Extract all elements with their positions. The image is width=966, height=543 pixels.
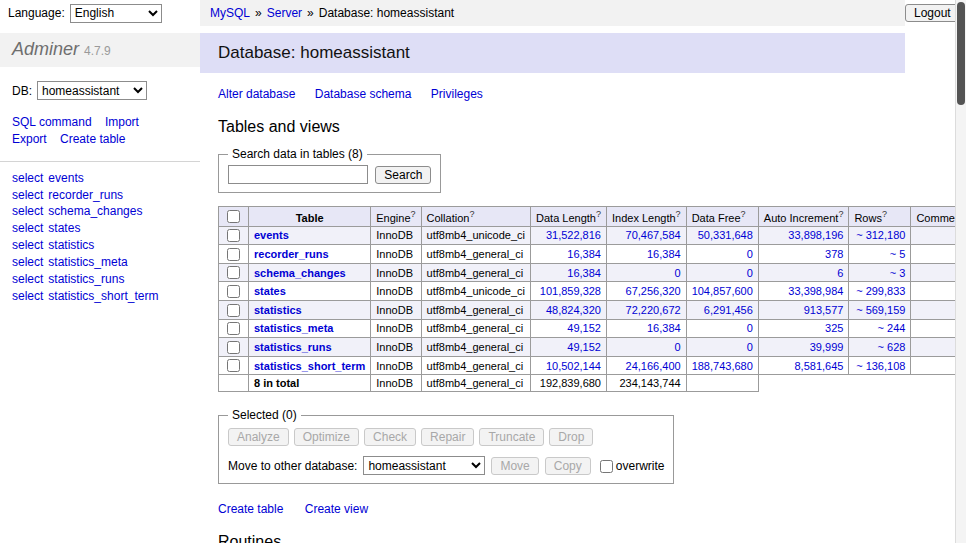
row-checkbox[interactable] — [227, 322, 240, 335]
select-link[interactable]: select — [12, 238, 43, 252]
auto-increment-link[interactable]: 913,577 — [804, 304, 844, 316]
help-icon[interactable]: ? — [676, 209, 681, 219]
analyze-button[interactable]: Analyze — [228, 428, 289, 446]
scrollbar-thumb[interactable] — [957, 2, 965, 105]
table-link[interactable]: states — [254, 285, 286, 297]
data-free-link[interactable]: 0 — [747, 322, 753, 334]
alter-database-link[interactable]: Alter database — [218, 87, 295, 101]
rows-link[interactable]: ~ 569,159 — [856, 304, 905, 316]
row-checkbox[interactable] — [227, 266, 240, 279]
auto-increment-link[interactable]: 8,581,645 — [794, 360, 843, 372]
select-link[interactable]: select — [12, 289, 43, 303]
data-free-link[interactable]: 6,291,456 — [704, 304, 753, 316]
search-input[interactable] — [228, 165, 368, 184]
sidebar-table-statistics-runs[interactable]: statistics_runs — [48, 272, 124, 286]
sidebar-table-statistics[interactable]: statistics — [48, 238, 94, 252]
sidebar-table-states[interactable]: states — [48, 221, 80, 235]
auto-increment-link[interactable]: 325 — [825, 322, 843, 334]
index-length-link[interactable]: 24,166,400 — [626, 360, 681, 372]
overwrite-checkbox[interactable] — [600, 460, 613, 473]
language-select[interactable]: English — [70, 4, 162, 23]
breadcrumb-link-mysql[interactable]: MySQL — [210, 6, 250, 20]
data-length-link[interactable]: 101,859,328 — [540, 285, 601, 297]
auto-increment-link[interactable]: 6 — [837, 267, 843, 279]
row-checkbox[interactable] — [227, 304, 240, 317]
table-link[interactable]: events — [254, 229, 289, 241]
index-length-link[interactable]: 67,256,320 — [626, 285, 681, 297]
logout-button[interactable]: Logout — [905, 4, 960, 22]
sidebar-link-import[interactable]: Import — [105, 115, 139, 129]
optimize-button[interactable]: Optimize — [294, 428, 359, 446]
index-length-link[interactable]: 16,384 — [647, 322, 681, 334]
help-icon[interactable]: ? — [411, 209, 416, 219]
breadcrumb-link-server[interactable]: Server — [267, 6, 302, 20]
data-length-link[interactable]: 31,522,816 — [546, 229, 601, 241]
table-link[interactable]: schema_changes — [254, 267, 346, 279]
privileges-link[interactable]: Privileges — [431, 87, 483, 101]
data-free-link[interactable]: 0 — [747, 267, 753, 279]
drop-button[interactable]: Drop — [549, 428, 593, 446]
db-select[interactable]: homeassistant — [37, 81, 147, 100]
auto-increment-link[interactable]: 33,398,984 — [788, 285, 843, 297]
database-schema-link[interactable]: Database schema — [315, 87, 412, 101]
rows-link[interactable]: ~ 312,180 — [856, 229, 905, 241]
scrollbar[interactable] — [955, 0, 966, 543]
rows-link[interactable]: ~ 136,108 — [856, 360, 905, 372]
data-free-link[interactable]: 0 — [747, 341, 753, 353]
select-link[interactable]: select — [12, 204, 43, 218]
data-length-link[interactable]: 16,384 — [567, 267, 601, 279]
index-length-link[interactable]: 72,220,672 — [626, 304, 681, 316]
help-icon[interactable]: ? — [882, 209, 887, 219]
data-length-link[interactable]: 48,824,320 — [546, 304, 601, 316]
data-free-link[interactable]: 104,857,600 — [692, 285, 753, 297]
select-link[interactable]: select — [12, 255, 43, 269]
row-checkbox[interactable] — [227, 229, 240, 242]
row-checkbox[interactable] — [227, 359, 240, 372]
rows-link[interactable]: ~ 5 — [890, 248, 906, 260]
data-length-link[interactable]: 49,152 — [567, 341, 601, 353]
select-all-checkbox[interactable] — [227, 210, 240, 223]
help-icon[interactable]: ? — [469, 209, 474, 219]
index-length-link[interactable]: 16,384 — [647, 248, 681, 260]
truncate-button[interactable]: Truncate — [479, 428, 544, 446]
search-button[interactable]: Search — [375, 166, 431, 184]
auto-increment-link[interactable]: 33,898,196 — [788, 229, 843, 241]
repair-button[interactable]: Repair — [421, 428, 474, 446]
table-link[interactable]: statistics — [254, 304, 302, 316]
create-view-link[interactable]: Create view — [305, 502, 368, 516]
data-free-link[interactable]: 50,331,648 — [698, 229, 753, 241]
auto-increment-link[interactable]: 378 — [825, 248, 843, 260]
auto-increment-link[interactable]: 39,999 — [810, 341, 844, 353]
sidebar-link-create-table[interactable]: Create table — [60, 132, 125, 146]
data-length-link[interactable]: 49,152 — [567, 322, 601, 334]
sidebar-table-schema-changes[interactable]: schema_changes — [48, 204, 142, 218]
index-length-link[interactable]: 70,467,584 — [626, 229, 681, 241]
check-button[interactable]: Check — [364, 428, 416, 446]
help-icon[interactable]: ? — [741, 209, 746, 219]
row-checkbox[interactable] — [227, 285, 240, 298]
index-length-link[interactable]: 0 — [675, 267, 681, 279]
move-database-select[interactable]: homeassistant — [363, 456, 485, 475]
sidebar-table-events[interactable]: events — [48, 171, 83, 185]
help-icon[interactable]: ? — [596, 209, 601, 219]
table-link[interactable]: statistics_runs — [254, 341, 332, 353]
select-link[interactable]: select — [12, 171, 43, 185]
data-length-link[interactable]: 10,502,144 — [546, 360, 601, 372]
select-link[interactable]: select — [12, 221, 43, 235]
rows-link[interactable]: ~ 244 — [878, 322, 906, 334]
sidebar-table-statistics-meta[interactable]: statistics_meta — [48, 255, 127, 269]
table-link[interactable]: statistics_meta — [254, 322, 334, 334]
move-button[interactable]: Move — [491, 457, 538, 475]
data-free-link[interactable]: 188,743,680 — [692, 360, 753, 372]
rows-link[interactable]: ~ 299,833 — [856, 285, 905, 297]
copy-button[interactable]: Copy — [545, 457, 591, 475]
row-checkbox[interactable] — [227, 341, 240, 354]
help-icon[interactable]: ? — [838, 209, 843, 219]
table-link[interactable]: recorder_runs — [254, 248, 329, 260]
sidebar-table-recorder-runs[interactable]: recorder_runs — [48, 188, 123, 202]
sidebar-table-statistics-short-term[interactable]: statistics_short_term — [48, 289, 158, 303]
create-table-link[interactable]: Create table — [218, 502, 283, 516]
select-link[interactable]: select — [12, 272, 43, 286]
data-free-link[interactable]: 0 — [747, 248, 753, 260]
rows-link[interactable]: ~ 628 — [878, 341, 906, 353]
